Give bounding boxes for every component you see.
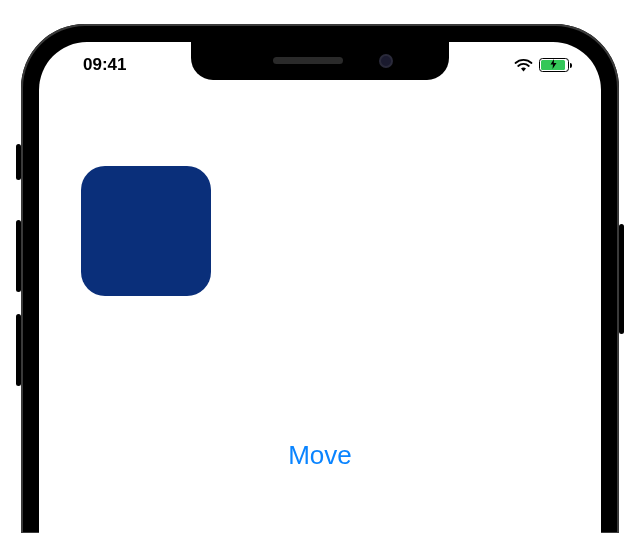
volume-up-button — [16, 220, 21, 292]
screen: 09:41 — [39, 42, 601, 534]
iphone-frame: 09:41 — [21, 24, 619, 534]
app-content: Move — [39, 88, 601, 534]
status-indicators — [514, 58, 573, 72]
notch — [191, 42, 449, 80]
charging-bolt-icon — [550, 59, 557, 71]
battery-fill — [541, 60, 565, 70]
side-button — [619, 224, 624, 334]
status-time: 09:41 — [67, 55, 126, 75]
animated-square[interactable] — [81, 166, 211, 296]
volume-down-button — [16, 314, 21, 386]
front-camera — [379, 54, 393, 68]
battery-icon — [539, 58, 569, 72]
mute-switch — [16, 144, 21, 180]
move-button[interactable]: Move — [39, 440, 601, 471]
wifi-icon — [514, 58, 533, 72]
speaker-grille — [273, 57, 343, 64]
